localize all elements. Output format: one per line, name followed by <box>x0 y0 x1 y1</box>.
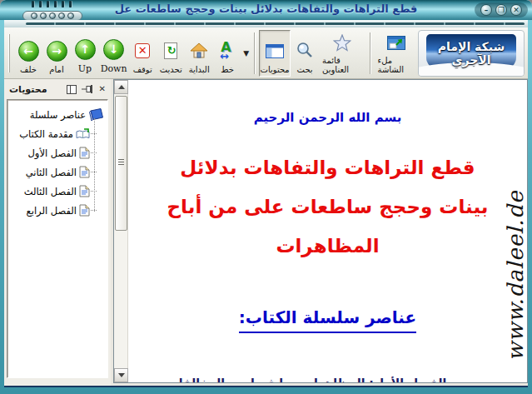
document-pane: بسم الله الرحمن الرحيم قطع التراهات والت… <box>113 79 528 383</box>
scroll-up-icon <box>118 85 125 89</box>
forward-icon: → <box>47 41 67 62</box>
screw-icon <box>31 12 37 19</box>
refresh-label: تحديث <box>160 65 182 74</box>
tree-item-chapter-2[interactable]: الفصل الثاني <box>9 162 104 182</box>
stop-label: توقف <box>133 65 152 74</box>
panel-toggle-icon[interactable] <box>67 85 77 94</box>
tree-item-label: الفصل الثاني <box>26 167 77 178</box>
sidebar-header-icons: ✕ <box>67 85 106 94</box>
font-dropdown-arrow-icon[interactable]: ▼ <box>243 49 249 57</box>
scrollbar-thumb[interactable] <box>115 96 127 231</box>
tree-item-label: عناصر سلسلة <box>30 109 86 121</box>
scroll-down-icon <box>118 373 125 377</box>
vent-slot <box>54 1 57 7</box>
home-button[interactable]: البداية <box>185 30 213 77</box>
logo-text: شبكة الإمام الآجري <box>419 40 524 67</box>
vent-decoration <box>32 1 72 7</box>
scroll-up-button[interactable] <box>114 80 128 94</box>
close-icon[interactable]: ✕ <box>510 4 522 16</box>
home-label: البداية <box>189 65 210 74</box>
vent-slot <box>69 1 72 7</box>
refresh-button[interactable]: ↻ تحديث <box>157 30 185 77</box>
search-icon <box>296 42 314 60</box>
pin-icon[interactable] <box>82 85 94 93</box>
sidebar-title: محتويات <box>9 84 47 95</box>
vent-slot <box>62 1 64 7</box>
scroll-down-button[interactable] <box>114 368 128 382</box>
stop-icon: ✕ <box>135 43 150 58</box>
title-bar: قطع التراهات والتفاهات بدلائل بينات وحجج… <box>0 0 532 20</box>
contents-tree: عناصر سلسلة مقدمة الكتاب <box>7 99 108 378</box>
contents-label: محتويات <box>260 65 289 74</box>
fullscreen-label: ملء الشاشة <box>378 56 415 74</box>
back-label: خلف <box>20 65 37 74</box>
tree-item-chapter-1[interactable]: الفصل الأول <box>9 143 104 162</box>
tree-item-label: مقدمة الكتاب <box>19 128 73 140</box>
refresh-icon: ↻ <box>164 42 177 59</box>
page-icon <box>79 185 90 197</box>
sidebar-close-icon[interactable]: ✕ <box>99 85 106 93</box>
vent-slot <box>39 1 42 7</box>
vent-slot <box>32 1 34 7</box>
app-window: قطع التراهات والتفاهات بدلائل بينات وحجج… <box>0 0 532 394</box>
tree-item-label: الفصل الأول <box>27 147 77 159</box>
book-main-title: قطع التراهات والتفاهات بدلائل بينات وحجج… <box>166 148 490 266</box>
page-icon <box>79 147 90 159</box>
back-icon: ← <box>18 41 39 62</box>
toolbar-grip[interactable] <box>8 34 10 72</box>
tree-item-label: الفصل الثالث <box>24 186 77 197</box>
tree-item-chapter-4[interactable]: الفصل الرابع <box>9 201 104 220</box>
down-button[interactable]: ↓ Down <box>99 30 128 77</box>
page-icon <box>79 166 90 178</box>
tree-guide-line <box>94 118 95 212</box>
groove-decoration <box>4 20 528 27</box>
clipped-bottom-line: الفصل الأول: المظاهرات وما فيها من المخا… <box>153 376 460 382</box>
favorites-button[interactable]: قائمة العناوين <box>319 30 365 77</box>
font-button[interactable]: A↔ خط <box>213 30 241 77</box>
fullscreen-icon <box>387 36 405 50</box>
back-button[interactable]: ← خلف <box>14 30 42 77</box>
screw-icon <box>58 12 65 19</box>
maximize-icon[interactable]: ❐ <box>495 4 507 16</box>
book-icon <box>88 107 104 122</box>
screw-icon <box>67 12 74 19</box>
window-controls: – ❐ ✕ <box>475 2 528 17</box>
bottom-frame-line <box>4 386 528 387</box>
groove-line <box>26 22 525 25</box>
bismillah-text: بسم الله الرحمن الرحيم <box>128 110 527 125</box>
up-icon: ↑ <box>75 39 96 60</box>
up-button[interactable]: ↑ Up <box>71 30 99 77</box>
tree-item-series-root[interactable]: عناصر سلسلة <box>9 105 104 124</box>
tree-item-label: الفصل الرابع <box>27 205 77 217</box>
tree-item-chapter-3[interactable]: الفصل الثالث <box>9 182 104 201</box>
contents-icon <box>266 44 284 58</box>
screw-icon <box>49 12 56 19</box>
open-book-icon <box>76 128 90 140</box>
search-label: بحث <box>297 65 313 74</box>
forward-label: امام <box>49 65 63 74</box>
toolbar-separator <box>254 32 256 74</box>
minimize-icon[interactable]: – <box>480 4 492 16</box>
up-label: Up <box>78 63 92 74</box>
home-icon <box>189 42 209 60</box>
contents-sidebar: محتويات ✕ <box>4 79 111 387</box>
stop-button[interactable]: ✕ توقف <box>128 30 157 77</box>
page-icon <box>79 204 90 217</box>
favorites-star-icon <box>333 34 351 52</box>
search-button[interactable]: بحث <box>291 30 319 77</box>
forward-button[interactable]: → امام <box>42 30 71 77</box>
toolbar: ← خلف → امام ↑ Up ↓ Down ✕ توقف ↻ تحديث <box>4 27 528 79</box>
vent-slot <box>47 1 49 7</box>
font-label: خط <box>221 65 234 74</box>
down-label: Down <box>101 63 127 74</box>
favorites-label: قائمة العناوين <box>322 56 362 74</box>
screw-icon <box>40 12 47 19</box>
window-title: قطع التراهات والتفاهات بدلائل بينات وحجج… <box>75 2 457 15</box>
down-icon: ↓ <box>103 39 124 60</box>
tree-item-introduction[interactable]: مقدمة الكتاب <box>9 124 104 143</box>
fullscreen-button[interactable]: ملء الشاشة <box>375 30 419 77</box>
contents-button[interactable]: محتويات <box>259 30 291 77</box>
vertical-scrollbar[interactable] <box>114 80 128 382</box>
sidebar-header: محتويات ✕ <box>7 81 108 97</box>
series-heading: عناصر سلسلة الكتاب: <box>239 307 416 333</box>
